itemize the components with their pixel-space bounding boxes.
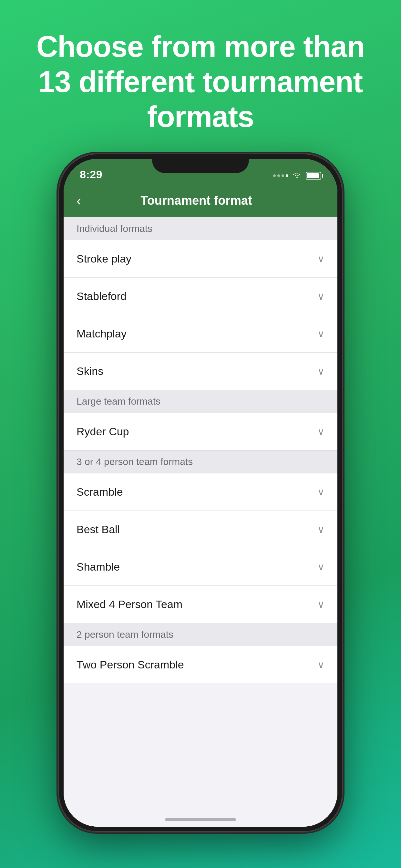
chevron-down-icon-best-ball: ∨ xyxy=(317,524,325,535)
status-icons xyxy=(273,170,321,181)
individual-formats-group: Stroke play ∨ Stableford ∨ Matchplay ∨ S… xyxy=(64,240,337,390)
chevron-down-icon-matchplay: ∨ xyxy=(317,328,325,339)
list-item-label-scramble: Scramble xyxy=(76,486,123,498)
list-item-label-two-person-scramble: Two Person Scramble xyxy=(76,658,184,671)
list-item-stableford[interactable]: Stableford ∨ xyxy=(64,278,337,315)
hero-section: Choose from more than 13 different tourn… xyxy=(0,0,401,154)
list-item-skins[interactable]: Skins ∨ xyxy=(64,352,337,390)
section-header-large-team: Large team formats xyxy=(64,390,337,413)
phone-notch xyxy=(152,154,249,173)
chevron-down-icon-mixed-4-person-team: ∨ xyxy=(317,599,325,610)
chevron-down-icon-scramble: ∨ xyxy=(317,486,325,498)
list-item-label-ryder-cup: Ryder Cup xyxy=(76,425,129,438)
list-item-label-skins: Skins xyxy=(76,365,103,377)
phone-device: 8:29 ‹ Tournam xyxy=(58,154,343,832)
list-item-stroke-play[interactable]: Stroke play ∨ xyxy=(64,240,337,278)
list-item-two-person-scramble[interactable]: Two Person Scramble ∨ xyxy=(64,646,337,683)
home-indicator xyxy=(165,818,236,821)
signal-dot-3 xyxy=(281,175,284,177)
large-team-formats-group: Ryder Cup ∨ xyxy=(64,413,337,450)
battery-icon xyxy=(306,172,321,180)
navigation-bar: ‹ Tournament format xyxy=(64,185,337,217)
list-item-best-ball[interactable]: Best Ball ∨ xyxy=(64,511,337,548)
page-title: Tournament format xyxy=(88,194,305,208)
wifi-icon xyxy=(292,170,302,181)
chevron-down-icon-stableford: ∨ xyxy=(317,290,325,302)
list-item-label-best-ball: Best Ball xyxy=(76,523,120,536)
phone-screen: 8:29 ‹ Tournam xyxy=(64,159,337,827)
signal-dot-4 xyxy=(286,175,288,177)
2-person-team-formats-group: Two Person Scramble ∨ xyxy=(64,646,337,683)
section-label-individual: Individual formats xyxy=(76,223,152,234)
signal-dot-1 xyxy=(273,175,276,177)
battery-fill xyxy=(307,173,319,178)
list-item-label-stroke-play: Stroke play xyxy=(76,252,131,265)
content-area: Individual formats Stroke play ∨ Stablef… xyxy=(64,217,337,827)
back-button[interactable]: ‹ xyxy=(76,194,88,208)
list-item-matchplay[interactable]: Matchplay ∨ xyxy=(64,315,337,352)
list-item-label-stableford: Stableford xyxy=(76,290,127,303)
section-label-2-person-team: 2 person team formats xyxy=(76,629,174,640)
list-item-ryder-cup[interactable]: Ryder Cup ∨ xyxy=(64,413,337,450)
list-item-label-mixed-4-person-team: Mixed 4 Person Team xyxy=(76,598,182,611)
list-item-shamble[interactable]: Shamble ∨ xyxy=(64,548,337,586)
list-item-mixed-4-person-team[interactable]: Mixed 4 Person Team ∨ xyxy=(64,586,337,623)
chevron-down-icon-two-person-scramble: ∨ xyxy=(317,659,325,671)
chevron-down-icon-skins: ∨ xyxy=(317,366,325,377)
chevron-down-icon-stroke-play: ∨ xyxy=(317,253,325,265)
hero-title: Choose from more than 13 different tourn… xyxy=(0,0,401,154)
section-label-3or4-team: 3 or 4 person team formats xyxy=(76,456,193,467)
chevron-down-icon-shamble: ∨ xyxy=(317,561,325,572)
section-header-individual: Individual formats xyxy=(64,217,337,240)
list-item-label-shamble: Shamble xyxy=(76,561,120,573)
signal-dot-2 xyxy=(277,175,280,177)
signal-icon xyxy=(273,175,288,177)
section-label-large-team: Large team formats xyxy=(76,396,160,407)
section-header-2-person-team: 2 person team formats xyxy=(64,623,337,646)
list-item-label-matchplay: Matchplay xyxy=(76,328,127,340)
status-time: 8:29 xyxy=(80,168,102,181)
chevron-down-icon-ryder-cup: ∨ xyxy=(317,426,325,437)
section-header-3or4-team: 3 or 4 person team formats xyxy=(64,450,337,473)
list-item-scramble[interactable]: Scramble ∨ xyxy=(64,473,337,511)
3or4-team-formats-group: Scramble ∨ Best Ball ∨ Shamble ∨ Mixed 4… xyxy=(64,473,337,623)
